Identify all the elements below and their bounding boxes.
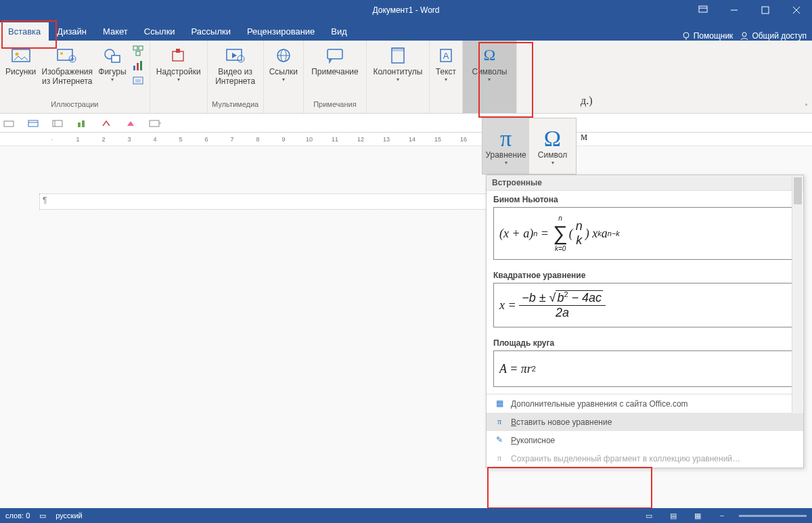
ribbon: Рисунки Изображения из Интернета Фигуры … [0,41,812,114]
quick-access-toolbar [0,114,812,133]
chevron-down-icon: ▾ [397,77,399,83]
omega-icon: Ω [478,45,500,66]
svg-rect-16 [133,46,137,50]
tab-design[interactable]: Дизайн [49,22,95,41]
symbol-button[interactable]: Ω Символ ▾ [529,118,576,174]
scrollbar[interactable] [792,176,803,413]
insert-new-equation-item[interactable]: π Вставить новое уравнение [487,413,803,431]
pictures-button[interactable]: Рисунки [3,43,39,78]
svg-rect-33 [392,48,404,51]
qat-icon[interactable] [125,117,137,129]
tab-review[interactable]: Рецензирование [239,22,323,41]
tab-references[interactable]: Ссылки [136,22,183,41]
chevron-down-icon: ▾ [282,77,285,83]
tell-me[interactable]: Помощник [681,31,734,41]
svg-rect-15 [112,55,120,62]
group-illustrations: Рисунки Изображения из Интернета Фигуры … [0,41,150,113]
screenshot-icon[interactable] [132,74,144,87]
print-layout-icon[interactable]: ▤ [666,511,681,520]
smartart-icon[interactable] [132,45,144,57]
equation-item[interactable]: Площадь круга A = πr2 [487,334,803,394]
svg-rect-0 [699,6,707,12]
tab-insert[interactable]: Вставка [0,22,49,41]
close-button[interactable] [781,0,812,20]
group-links: Ссылки ▾ [264,41,304,113]
qat-icon[interactable] [100,117,112,129]
svg-rect-37 [28,120,38,127]
svg-point-8 [742,32,746,37]
label-rest: укописное [516,436,555,445]
ruler[interactable]: ·123456789101112131415161718 [0,133,812,146]
chart-icon[interactable] [132,60,144,72]
tab-mailings[interactable]: Рассылки [183,22,239,41]
online-video-button[interactable]: Видео из Интернета [210,43,261,88]
ribbon-tabs: Вставка Дизайн Макет Ссылки Рассылки Рец… [0,20,812,41]
qat-icon[interactable] [27,117,39,129]
group-header-footer: Колонтитулы ▾ [367,41,430,113]
window-controls [687,0,812,20]
more-equations-item[interactable]: ▦ Дополнительные уравнения с сайта Offic… [487,394,803,413]
equation-item[interactable]: Квадратное уравнение x = −b ± √b2 − 4ac … [487,267,803,334]
label-rest: ополнительные уравнения с сайта Office.c… [516,399,687,409]
title-bar: Документ1 - Word [0,0,812,20]
qat-icon[interactable] [149,117,161,129]
scrollbar-thumb[interactable] [794,177,802,204]
addins-button[interactable]: Надстройки ▾ [153,43,204,84]
text-icon: A [435,45,457,66]
svg-text:A: A [443,51,449,61]
word-count[interactable]: слов: 0 [5,511,30,520]
svg-rect-36 [4,121,14,127]
zoom-out-icon[interactable]: − [715,511,729,520]
minimize-button[interactable] [719,0,750,20]
svg-rect-24 [173,51,183,61]
pictures-icon [10,45,32,66]
web-layout-icon[interactable]: ▦ [690,511,705,520]
comment-icon [324,45,346,66]
equation-item[interactable]: Бином Ньютона (x + a)n = n ∑ k=0 (nk) xk… [487,191,803,267]
qat-icon[interactable] [3,117,15,129]
svg-rect-42 [82,120,85,127]
svg-rect-41 [78,122,81,127]
maximize-button[interactable] [750,0,781,20]
ink-icon: ✎ [493,435,505,445]
tab-layout[interactable]: Макет [95,22,136,41]
tab-view[interactable]: Вид [323,22,355,41]
svg-rect-31 [328,49,342,59]
language[interactable]: русский [55,511,82,520]
comment-button[interactable]: Примечание [307,43,363,78]
window-title: Документ1 - Word [372,5,439,15]
lightbulb-icon [681,31,691,41]
svg-rect-43 [150,120,159,127]
qat-icon[interactable] [76,117,88,129]
equation-title: Площадь круга [493,338,796,348]
equation-button[interactable]: π Уравнение ▾ [482,118,529,174]
read-mode-icon[interactable]: ▭ [641,511,656,520]
collapse-ribbon-icon[interactable]: ˄ [805,103,808,110]
chevron-down-icon: ▾ [445,77,447,83]
online-video-icon [225,45,246,66]
equation-title: Квадратное уравнение [493,271,796,280]
links-button[interactable]: Ссылки ▾ [267,43,300,84]
ribbon-options-icon[interactable] [687,0,719,20]
share-button[interactable]: Общий доступ [740,31,807,41]
shapes-button[interactable]: Фигуры ▾ [95,43,129,84]
equation-gallery: Встроенные Бином Ньютона (x + a)n = n ∑ … [486,175,804,468]
proofing-icon[interactable]: ▭ [39,511,46,520]
svg-point-27 [238,55,244,62]
zoom-slider[interactable] [739,515,807,517]
paragraph-mark: ¶ [43,196,47,205]
links-icon [273,45,294,66]
chevron-down-icon: ▾ [505,160,508,166]
chevron-down-icon: ▾ [177,77,180,83]
symbols-button[interactable]: Ω Символы ▾ [466,43,513,84]
ink-equation-item[interactable]: ✎ Рукописное [487,431,803,449]
text-button[interactable]: A Текст ▾ [432,43,459,84]
header-footer-button[interactable]: Колонтитулы ▾ [369,43,426,84]
qat-icon[interactable] [51,117,64,129]
page[interactable]: ¶ [39,194,513,210]
svg-rect-3 [762,7,769,14]
chevron-down-icon: ▾ [488,77,491,83]
svg-rect-17 [139,46,143,50]
chevron-down-icon: ▾ [111,77,114,83]
online-images-button[interactable]: Изображения из Интернета [39,43,95,88]
